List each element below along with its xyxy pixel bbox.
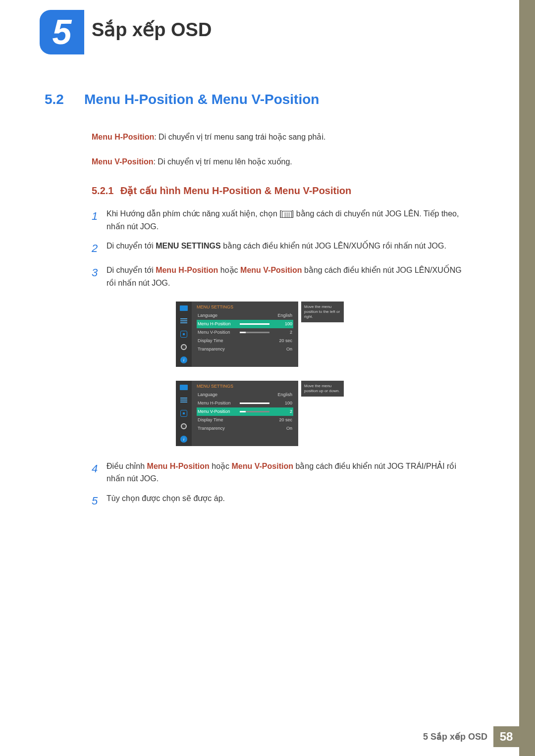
info-icon: i [179,435,189,443]
step-text: Tùy chọn được chọn sẽ được áp. [107,492,471,509]
osd-slider [240,332,269,333]
move-icon [179,330,189,338]
page-footer: 5 Sắp xếp OSD 58 [423,726,519,747]
osd-sidebar: i [176,381,192,446]
move-icon [179,409,189,417]
osd-sidebar: i [176,302,192,367]
chapter-title: Sắp xếp OSD [92,19,212,41]
h-position-label: Menu H-Position [92,133,154,141]
list-icon [179,397,189,404]
step-number: 2 [92,240,107,257]
menu-icon [282,211,292,218]
h-position-text: : Di chuyển vị trí menu sang trái hoặc s… [154,133,325,141]
osd-row-vposition-selected: Menu V-Position 2 [197,407,293,416]
osd-row-vposition: Menu V-Position 2 [197,328,293,337]
step-2: 2 Di chuyển tới MENU SETTINGS bằng cách … [92,240,471,257]
h-position-description: Menu H-Position: Di chuyển vị trí menu s… [92,131,471,143]
v-position-description: Menu V-Position: Di chuyển vị trí menu l… [92,156,471,168]
subsection-number: 5.2.1 [92,185,120,197]
step-5: 5 Tùy chọn được chọn sẽ được áp. [92,492,471,509]
step-number: 4 [92,460,107,485]
step-1: 1 Khi Hướng dẫn phím chức năng xuất hiện… [92,207,471,233]
osd-row-displaytime: Display Time 20 sec [197,337,293,345]
osd-tooltip: Move the menu position to the left or ri… [301,302,344,322]
info-icon: i [179,356,189,364]
step-text: Khi Hướng dẫn phím chức năng xuất hiện, … [107,207,471,233]
osd-illustrations: i MENU SETTINGS Language English Menu H-… [176,302,471,446]
page-content: 5.2Menu H-Position & Menu V-Position Men… [45,92,471,516]
osd-row-displaytime: Display Time 20 sec [197,416,293,424]
step-number: 3 [92,264,107,289]
step-number: 5 [92,492,107,509]
osd-row-transparency: Transparency On [197,345,293,353]
v-position-text: : Di chuyển vị trí menu lên hoặc xuống. [153,157,292,166]
step-number: 1 [92,207,107,233]
osd-slider [240,403,269,404]
chapter-number: 5 [53,15,72,50]
section-title: Menu H-Position & Menu V-Position [84,92,319,107]
step-text: Di chuyển tới MENU SETTINGS bằng cách đi… [107,240,471,257]
step-4: 4 Điều chỉnh Menu H-Position hoặc Menu V… [92,460,471,485]
osd-panel-hposition: i MENU SETTINGS Language English Menu H-… [176,302,471,367]
osd-row-hposition-selected: Menu H-Position 100 [197,320,293,328]
osd-title: MENU SETTINGS [197,304,293,309]
subsection-title: Đặt cấu hình Menu H-Position & Menu V-Po… [120,185,351,196]
monitor-icon [179,304,189,312]
osd-slider [240,323,269,325]
footer-label: 5 Sắp xếp OSD [423,726,493,747]
osd-title: MENU SETTINGS [197,384,293,389]
osd-tooltip: Move the menu position up or down. [301,381,344,397]
step-text: Di chuyển tới Menu H-Position hoặc Menu … [107,264,471,289]
osd-row-language: Language English [197,311,293,320]
section-heading: 5.2Menu H-Position & Menu V-Position [45,92,471,107]
step-text: Điều chỉnh Menu H-Position hoặc Menu V-P… [107,460,471,485]
right-accent-band [519,0,535,756]
osd-slider [240,411,269,412]
subsection-heading: 5.2.1Đặt cấu hình Menu H-Position & Menu… [92,185,471,197]
chapter-tab: 5 [40,10,84,54]
section-number: 5.2 [45,92,84,107]
osd-row-hposition: Menu H-Position 100 [197,399,293,407]
v-position-label: Menu V-Position [92,157,153,166]
osd-menu: MENU SETTINGS Language English Menu H-Po… [192,302,298,367]
list-icon [179,317,189,325]
gear-icon [179,343,189,351]
footer-page-number: 58 [493,726,519,747]
osd-row-transparency: Transparency On [197,424,293,433]
monitor-icon [179,384,189,392]
osd-row-language: Language English [197,391,293,399]
step-3: 3 Di chuyển tới Menu H-Position hoặc Men… [92,264,471,289]
osd-panel-vposition: i MENU SETTINGS Language English Menu H-… [176,381,471,446]
osd-menu: MENU SETTINGS Language English Menu H-Po… [192,381,298,446]
gear-icon [179,422,189,430]
